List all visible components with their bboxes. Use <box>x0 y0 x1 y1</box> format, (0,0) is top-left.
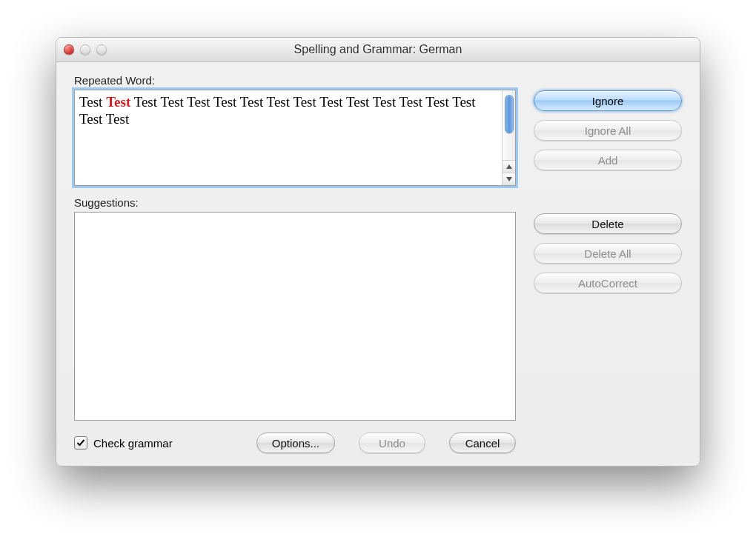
check-grammar-checkbox[interactable]: Check grammar <box>74 436 173 450</box>
title-bar[interactable]: Spelling and Grammar: German <box>56 38 700 62</box>
ignore-button[interactable]: Ignore <box>534 90 682 111</box>
error-context-text[interactable]: Test Test Test Test Test Test Test Test … <box>75 90 502 185</box>
delete-all-button: Delete All <box>534 243 682 264</box>
repeated-word-label: Repeated Word: <box>74 74 516 87</box>
window-zoom-button <box>96 44 107 55</box>
window-minimize-button <box>80 44 90 55</box>
spellcheck-dialog: Spelling and Grammar: German Repeated Wo… <box>56 37 700 467</box>
flagged-word: Test <box>106 94 130 110</box>
context-before: Test <box>79 94 106 110</box>
add-button: Add <box>534 150 682 170</box>
cancel-button[interactable]: Cancel <box>449 433 516 453</box>
scroll-up-button[interactable] <box>503 160 515 173</box>
window-close-button[interactable] <box>64 44 74 55</box>
check-grammar-label: Check grammar <box>93 437 173 450</box>
checkmark-icon <box>76 438 85 447</box>
suggestions-label: Suggestions: <box>74 196 516 209</box>
options-button[interactable]: Options... <box>256 433 335 453</box>
ignore-all-button: Ignore All <box>534 120 682 141</box>
error-context-pane[interactable]: Test Test Test Test Test Test Test Test … <box>74 90 516 186</box>
context-after: Test Test Test Test Test Test Test Test … <box>79 94 476 127</box>
delete-button[interactable]: Delete <box>534 213 682 234</box>
window-title: Spelling and Grammar: German <box>56 43 700 56</box>
undo-button: Undo <box>359 433 425 453</box>
scrollbar-thumb[interactable] <box>505 95 514 133</box>
suggestions-list[interactable] <box>74 212 516 421</box>
vertical-scrollbar[interactable] <box>502 90 515 185</box>
checkbox-box[interactable] <box>74 436 87 450</box>
autocorrect-button: AutoCorrect <box>534 273 682 293</box>
scroll-down-button[interactable] <box>503 173 515 185</box>
